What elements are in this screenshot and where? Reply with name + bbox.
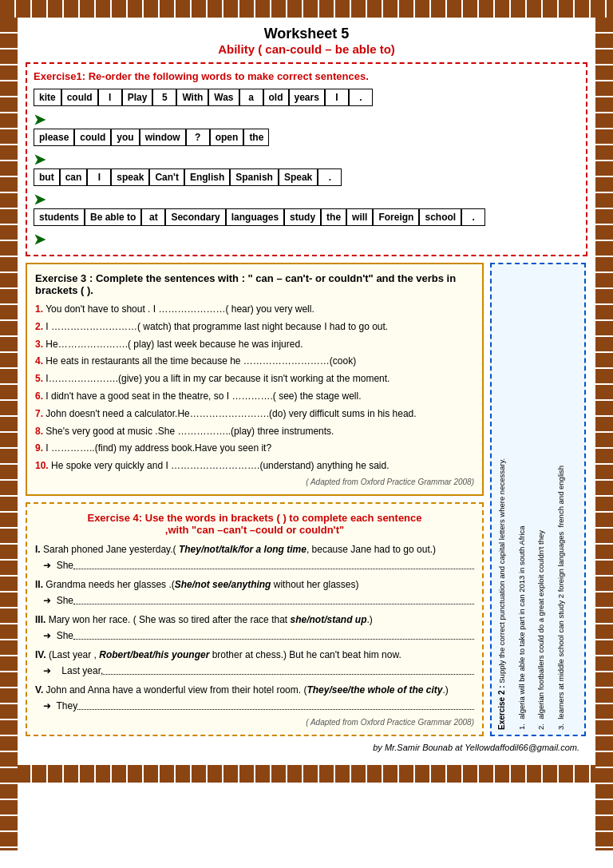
exercise1-instruction: Re-order the following words to make cor… xyxy=(89,70,369,82)
arrow-line-4: ➜ Last year, xyxy=(43,664,474,678)
right-border xyxy=(595,18,613,850)
word-cell: study xyxy=(284,208,321,226)
word-cell: students xyxy=(34,208,85,226)
exercise1-box: Exercise1: Re-order the following words … xyxy=(26,62,587,256)
word-cell: school xyxy=(419,208,461,226)
word-cell: Was xyxy=(208,89,239,106)
word-row-4: students Be able to at Secondary languag… xyxy=(34,208,579,226)
arrow-line-5: ➜ They xyxy=(43,699,474,713)
word-cell: ? xyxy=(186,129,210,146)
word-cell: Speak xyxy=(279,168,318,186)
right-column: Exercise 2 : Supply the correct punctuat… xyxy=(490,263,586,736)
exercise2-label: Exercise 2 : xyxy=(497,685,506,730)
word-cell: Secondary xyxy=(165,208,225,226)
word-cell: Foreign xyxy=(373,208,419,226)
word-cell: I xyxy=(87,168,111,186)
word-cells-4: students Be able to at Secondary languag… xyxy=(34,208,485,226)
arrow-row4: ➤ xyxy=(34,231,576,248)
word-cell: With xyxy=(176,89,208,106)
word-cells-3: but can I speak Can't English Spanish Sp… xyxy=(34,168,342,186)
exercise2-box: Exercise 2 : Supply the correct punctuat… xyxy=(490,263,586,736)
arrow-line-1: ➜ She xyxy=(43,558,474,573)
word-cell: English xyxy=(184,168,230,186)
exercise3-title: Exercise 3 : Complete the sentences with… xyxy=(35,272,474,296)
exercise3-item-9: 9. I …………..(find) my address book.Have y… xyxy=(35,442,474,455)
left-border xyxy=(0,18,18,850)
worksheet-subtitle: Ability ( can-could – be able to) xyxy=(26,42,587,56)
word-cell: speak xyxy=(111,168,149,186)
word-cell: could xyxy=(74,129,111,146)
word-cell: a xyxy=(239,89,263,106)
word-cell: please xyxy=(34,129,74,146)
exercise4-item-3: III. Mary won her race. ( She was so tir… xyxy=(35,612,474,643)
word-cell: you xyxy=(111,129,139,146)
exercise4-item-4: IV. (Last year , Robert/beat/his younger… xyxy=(35,648,474,678)
word-cells-1: kite could I Play 5 With Was a old years… xyxy=(34,89,373,106)
exercise3-item-7: 7. John doesn't need a calculator.He…………… xyxy=(35,407,474,421)
exercise3-item-4: 4. He eats in restaurants all the time b… xyxy=(35,355,474,368)
word-cell: can xyxy=(60,168,88,186)
word-cell: could xyxy=(61,89,98,106)
word-cell: old xyxy=(263,89,289,106)
word-cell: Spanish xyxy=(230,168,279,186)
exercise4-box: Exercise 4: Use the words in brackets ( … xyxy=(26,502,484,736)
word-cell: the xyxy=(321,208,346,226)
arrow-line-3: ➜ She xyxy=(43,628,474,643)
word-cell: 5 xyxy=(152,89,176,106)
exercise3-item-1: 1. You don't have to shout . I …………………( … xyxy=(35,303,474,316)
exercise4-item-2: II. Grandma needs her glasses .(She/not … xyxy=(35,577,474,608)
word-cell: the xyxy=(243,129,269,146)
exercise4-item-5: V. John and Anna have a wonderful view f… xyxy=(35,683,474,713)
word-cell: languages xyxy=(226,208,284,226)
arrow-row1: ➤ xyxy=(34,111,576,129)
word-cell: years xyxy=(289,89,325,106)
arrow-line-2: ➜ She xyxy=(43,593,474,608)
exercise4-title-line2: ,with "can –can't –could or couldn't" xyxy=(35,524,474,536)
exercise3-item-3: 3. He………………….( play) last week because h… xyxy=(35,338,474,351)
exercise3-adapted: ( Adapted from Oxford Practice Grammar 2… xyxy=(35,478,474,486)
exercise1-label: Exercise1: xyxy=(34,70,85,82)
exercise3-item-8: 8. She's very good at music .She ……………..… xyxy=(35,425,474,438)
word-cell: but xyxy=(34,168,60,186)
exercise2-inner: Exercise 2 : Supply the correct punctuat… xyxy=(496,269,579,730)
exercise3-item-10: 10. He spoke very quickly and I ……………………… xyxy=(35,459,474,473)
left-column: Exercise 3 : Complete the sentences with… xyxy=(26,263,484,736)
word-cell: . xyxy=(461,208,485,226)
word-cell: will xyxy=(346,208,373,226)
word-cell: kite xyxy=(34,89,61,106)
exercise3-item-6: 6. I didn't have a good seat in the thea… xyxy=(35,390,474,403)
word-cell: window xyxy=(140,129,186,146)
exercise4-title-line1: Exercise 4: Use the words in brackets ( … xyxy=(35,512,474,524)
exercise4-adapted: ( Adapted from Oxford Practice Grammar 2… xyxy=(35,718,474,727)
exercise3-box: Exercise 3 : Complete the sentences with… xyxy=(26,263,484,496)
content-row: Exercise 3 : Complete the sentences with… xyxy=(26,263,587,736)
bottom-border xyxy=(0,765,613,783)
word-cell: at xyxy=(141,208,165,226)
word-row-3: but can I speak Can't English Spanish Sp… xyxy=(34,168,579,186)
word-cell: I xyxy=(325,89,349,106)
exercise3-item-2: 2. I ………………………( watch) that programme la… xyxy=(35,320,474,334)
word-cell: . xyxy=(318,168,342,186)
top-border xyxy=(0,0,613,18)
word-cell: open xyxy=(210,129,244,146)
worksheet-title: Worksheet 5 xyxy=(26,26,587,42)
exercise4-item-1: I. Sarah phoned Jane yesterday.( They/no… xyxy=(35,542,474,573)
word-cell: Can't xyxy=(149,168,184,186)
word-row-2: please could you window ? open the xyxy=(34,129,579,146)
word-cell: Play xyxy=(122,89,153,106)
exercise1-title: Exercise1: Re-order the following words … xyxy=(34,70,579,82)
word-cell: Be able to xyxy=(85,208,141,226)
arrow-row3: ➤ xyxy=(34,191,576,208)
word-cell: I xyxy=(98,89,122,106)
exercise2-text: Exercise 2 : Supply the correct punctuat… xyxy=(496,269,566,730)
word-cell: . xyxy=(349,89,373,106)
footer: by Mr.Samir Bounab at Yellowdaffodil66@g… xyxy=(26,743,587,752)
exercise3-item-5: 5. I………………….(give) you a lift in my car … xyxy=(35,372,474,386)
exercise4-title: Exercise 4: Use the words in brackets ( … xyxy=(35,512,474,536)
word-cells-2: please could you window ? open the xyxy=(34,129,269,146)
arrow-row2: ➤ xyxy=(34,151,576,168)
word-row-1: kite could I Play 5 With Was a old years… xyxy=(34,89,579,106)
